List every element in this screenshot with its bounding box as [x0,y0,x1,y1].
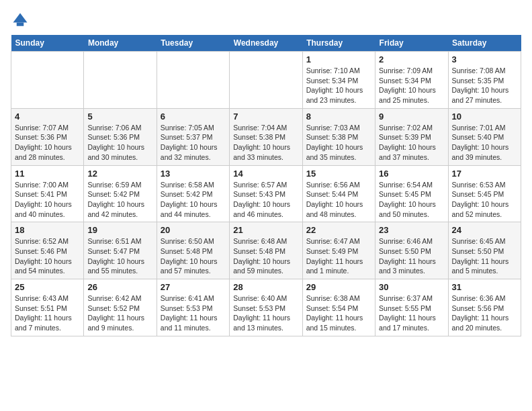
day-detail: Sunrise: 6:53 AMSunset: 5:45 PMDaylight:… [452,181,509,218]
day-detail: Sunrise: 7:01 AMSunset: 5:40 PMDaylight:… [452,124,509,161]
day-number: 28 [233,282,298,292]
day-number: 20 [161,225,226,235]
day-detail: Sunrise: 6:38 AMSunset: 5:54 PMDaylight:… [306,294,363,332]
day-detail: Sunrise: 7:02 AMSunset: 5:39 PMDaylight:… [379,124,436,161]
day-detail: Sunrise: 6:48 AMSunset: 5:48 PMDaylight:… [233,237,290,275]
day-number: 5 [87,111,152,122]
day-number: 19 [87,225,152,235]
day-detail: Sunrise: 7:10 AMSunset: 5:34 PMDaylight:… [306,66,363,104]
day-detail: Sunrise: 7:06 AMSunset: 5:36 PMDaylight:… [87,124,144,161]
calendar-week-2: 4Sunrise: 7:07 AMSunset: 5:36 PMDaylight… [11,108,521,165]
day-detail: Sunrise: 6:52 AMSunset: 5:46 PMDaylight:… [15,237,72,275]
calendar-cell: 9Sunrise: 7:02 AMSunset: 5:39 PMDaylight… [375,108,448,165]
calendar-cell: 20Sunrise: 6:50 AMSunset: 5:48 PMDayligh… [157,222,229,279]
day-number: 6 [161,111,226,122]
day-number: 12 [87,169,152,179]
day-number: 3 [452,54,517,64]
day-number: 25 [15,282,80,292]
calendar-cell: 18Sunrise: 6:52 AMSunset: 5:46 PMDayligh… [11,222,84,279]
calendar-week-5: 25Sunrise: 6:43 AMSunset: 5:51 PMDayligh… [11,279,521,336]
calendar-cell: 23Sunrise: 6:46 AMSunset: 5:50 PMDayligh… [375,222,448,279]
day-number: 27 [161,282,226,292]
calendar-cell: 19Sunrise: 6:51 AMSunset: 5:47 PMDayligh… [84,222,157,279]
day-detail: Sunrise: 7:04 AMSunset: 5:38 PMDaylight:… [233,124,290,161]
day-detail: Sunrise: 7:08 AMSunset: 5:35 PMDaylight:… [452,66,509,104]
calendar-cell: 2Sunrise: 7:09 AMSunset: 5:34 PMDaylight… [375,52,448,109]
day-number: 30 [379,282,444,292]
day-detail: Sunrise: 6:47 AMSunset: 5:49 PMDaylight:… [306,237,363,275]
day-detail: Sunrise: 6:50 AMSunset: 5:48 PMDaylight:… [161,237,218,275]
day-detail: Sunrise: 6:56 AMSunset: 5:44 PMDaylight:… [306,181,363,218]
logo [11,11,32,30]
day-number: 1 [306,54,371,64]
calendar-cell: 16Sunrise: 6:54 AMSunset: 5:45 PMDayligh… [375,165,448,222]
svg-marker-0 [13,13,28,23]
day-detail: Sunrise: 6:51 AMSunset: 5:47 PMDaylight:… [87,237,144,275]
calendar-week-3: 11Sunrise: 7:00 AMSunset: 5:41 PMDayligh… [11,165,521,222]
day-number: 9 [379,111,444,122]
svg-rect-1 [17,23,24,26]
day-number: 22 [306,225,371,235]
calendar-cell: 7Sunrise: 7:04 AMSunset: 5:38 PMDaylight… [230,108,302,165]
calendar-cell: 8Sunrise: 7:03 AMSunset: 5:38 PMDaylight… [302,108,375,165]
calendar-cell: 12Sunrise: 6:59 AMSunset: 5:42 PMDayligh… [84,165,157,222]
day-detail: Sunrise: 7:00 AMSunset: 5:41 PMDaylight:… [15,181,72,218]
day-number: 16 [379,169,444,179]
day-number: 10 [452,111,517,122]
calendar-week-1: 1Sunrise: 7:10 AMSunset: 5:34 PMDaylight… [11,52,521,109]
day-detail: Sunrise: 6:41 AMSunset: 5:53 PMDaylight:… [161,294,218,332]
calendar-cell: 1Sunrise: 7:10 AMSunset: 5:34 PMDaylight… [302,52,375,109]
day-number: 11 [15,169,80,179]
calendar-cell: 25Sunrise: 6:43 AMSunset: 5:51 PMDayligh… [11,279,84,336]
calendar-cell: 13Sunrise: 6:58 AMSunset: 5:42 PMDayligh… [157,165,229,222]
calendar-cell: 26Sunrise: 6:42 AMSunset: 5:52 PMDayligh… [84,279,157,336]
weekday-header-monday: Monday [84,35,157,52]
day-detail: Sunrise: 6:46 AMSunset: 5:50 PMDaylight:… [379,237,436,275]
weekday-header-saturday: Saturday [448,35,521,52]
page-header [11,11,521,30]
day-detail: Sunrise: 6:43 AMSunset: 5:51 PMDaylight:… [15,294,72,332]
day-number: 2 [379,54,444,64]
day-detail: Sunrise: 6:54 AMSunset: 5:45 PMDaylight:… [379,181,436,218]
day-number: 13 [161,169,226,179]
logo-icon [11,11,30,30]
calendar-cell [230,52,302,109]
calendar-cell: 21Sunrise: 6:48 AMSunset: 5:48 PMDayligh… [230,222,302,279]
calendar-cell [84,52,157,109]
day-detail: Sunrise: 6:40 AMSunset: 5:53 PMDaylight:… [233,294,290,332]
calendar-cell: 11Sunrise: 7:00 AMSunset: 5:41 PMDayligh… [11,165,84,222]
day-detail: Sunrise: 7:03 AMSunset: 5:38 PMDaylight:… [306,124,363,161]
calendar-cell: 29Sunrise: 6:38 AMSunset: 5:54 PMDayligh… [302,279,375,336]
calendar-week-4: 18Sunrise: 6:52 AMSunset: 5:46 PMDayligh… [11,222,521,279]
calendar-cell [11,52,84,109]
day-number: 26 [87,282,152,292]
day-number: 14 [233,169,298,179]
weekday-header-wednesday: Wednesday [230,35,302,52]
calendar-cell: 28Sunrise: 6:40 AMSunset: 5:53 PMDayligh… [230,279,302,336]
day-detail: Sunrise: 6:45 AMSunset: 5:50 PMDaylight:… [452,237,509,275]
day-detail: Sunrise: 6:37 AMSunset: 5:55 PMDaylight:… [379,294,436,332]
calendar-cell: 3Sunrise: 7:08 AMSunset: 5:35 PMDaylight… [448,52,521,109]
weekday-header-tuesday: Tuesday [157,35,229,52]
calendar-cell: 6Sunrise: 7:05 AMSunset: 5:37 PMDaylight… [157,108,229,165]
day-detail: Sunrise: 7:09 AMSunset: 5:34 PMDaylight:… [379,66,436,104]
day-detail: Sunrise: 6:58 AMSunset: 5:42 PMDaylight:… [161,181,218,218]
calendar-cell: 17Sunrise: 6:53 AMSunset: 5:45 PMDayligh… [448,165,521,222]
calendar-cell [157,52,229,109]
day-detail: Sunrise: 6:59 AMSunset: 5:42 PMDaylight:… [87,181,144,218]
day-number: 17 [452,169,517,179]
calendar-table: SundayMondayTuesdayWednesdayThursdayFrid… [11,35,521,336]
calendar-cell: 5Sunrise: 7:06 AMSunset: 5:36 PMDaylight… [84,108,157,165]
calendar-cell: 24Sunrise: 6:45 AMSunset: 5:50 PMDayligh… [448,222,521,279]
day-detail: Sunrise: 6:36 AMSunset: 5:56 PMDaylight:… [452,294,509,332]
calendar-cell: 10Sunrise: 7:01 AMSunset: 5:40 PMDayligh… [448,108,521,165]
day-number: 23 [379,225,444,235]
day-number: 29 [306,282,371,292]
calendar-cell: 30Sunrise: 6:37 AMSunset: 5:55 PMDayligh… [375,279,448,336]
day-detail: Sunrise: 7:07 AMSunset: 5:36 PMDaylight:… [15,124,72,161]
calendar-cell: 4Sunrise: 7:07 AMSunset: 5:36 PMDaylight… [11,108,84,165]
calendar-cell: 31Sunrise: 6:36 AMSunset: 5:56 PMDayligh… [448,279,521,336]
calendar-body: 1Sunrise: 7:10 AMSunset: 5:34 PMDaylight… [11,52,521,336]
day-number: 8 [306,111,371,122]
calendar-cell: 14Sunrise: 6:57 AMSunset: 5:43 PMDayligh… [230,165,302,222]
